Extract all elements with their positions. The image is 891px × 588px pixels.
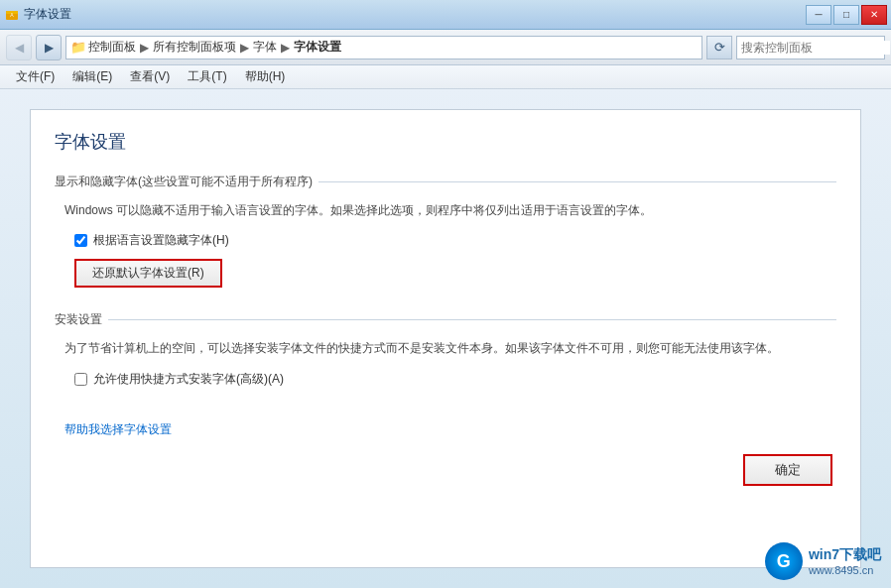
- watermark: G win7下载吧 www.8495.cn: [765, 542, 881, 580]
- install-shortcut-checkbox-row: 允许使用快捷方式安装字体(高级)(A): [74, 371, 836, 388]
- refresh-button[interactable]: ⟳: [706, 36, 732, 59]
- window-icon: A: [4, 7, 20, 23]
- section2-line: [108, 319, 836, 320]
- folder-icon: 📁: [70, 40, 86, 55]
- help-link[interactable]: 帮助我选择字体设置: [64, 421, 172, 438]
- section1-label: 显示和隐藏字体(这些设置可能不适用于所有程序): [55, 174, 318, 190]
- ok-button[interactable]: 确定: [743, 454, 832, 486]
- menu-edit[interactable]: 编辑(E): [64, 66, 120, 87]
- address-sep3: ▶: [281, 41, 290, 55]
- button-area: 确定: [55, 454, 836, 486]
- hide-fonts-checkbox-row: 根据语言设置隐藏字体(H): [74, 232, 836, 249]
- menu-view[interactable]: 查看(V): [122, 66, 178, 87]
- menu-help[interactable]: 帮助(H): [237, 66, 294, 87]
- watermark-logo: G: [765, 542, 803, 580]
- address-sep1: ▶: [140, 41, 149, 55]
- main-content: 字体设置 显示和隐藏字体(这些设置可能不适用于所有程序) Windows 可以隐…: [0, 89, 891, 588]
- minimize-button[interactable]: ─: [806, 5, 831, 25]
- watermark-main-text: win7下载吧: [809, 546, 881, 564]
- address-sep2: ▶: [240, 41, 249, 55]
- forward-button[interactable]: ▶: [36, 35, 62, 60]
- window-title: 字体设置: [24, 6, 71, 23]
- watermark-sub-text: www.8495.cn: [809, 564, 881, 576]
- install-shortcut-label: 允许使用快捷方式安装字体(高级)(A): [93, 371, 284, 388]
- hide-fonts-checkbox[interactable]: [74, 234, 87, 247]
- page-title: 字体设置: [55, 130, 836, 154]
- title-bar-controls: ─ □ ✕: [806, 5, 887, 25]
- section2-header: 安装设置: [55, 311, 836, 328]
- section2-label: 安装设置: [55, 311, 108, 328]
- title-bar: A 字体设置 ─ □ ✕: [0, 0, 891, 30]
- section1-description: Windows 可以隐藏不适用于输入语言设置的字体。如果选择此选项，则程序中将仅…: [64, 200, 836, 220]
- menu-tools[interactable]: 工具(T): [180, 66, 234, 87]
- section1-line: [318, 181, 836, 182]
- section1-header: 显示和隐藏字体(这些设置可能不适用于所有程序): [55, 174, 836, 190]
- search-bar: 🔍: [736, 36, 885, 59]
- content-panel: 字体设置 显示和隐藏字体(这些设置可能不适用于所有程序) Windows 可以隐…: [30, 109, 861, 568]
- address-level2: 所有控制面板项: [153, 39, 236, 56]
- section-install: 安装设置 为了节省计算机上的空间，可以选择安装字体文件的快捷方式而不是安装文件本…: [55, 311, 836, 387]
- back-button[interactable]: ◀: [6, 35, 32, 60]
- hide-fonts-label: 根据语言设置隐藏字体(H): [93, 232, 229, 249]
- install-shortcut-checkbox[interactable]: [74, 373, 87, 386]
- menu-bar: 文件(F) 编辑(E) 查看(V) 工具(T) 帮助(H): [0, 65, 891, 89]
- restore-default-button[interactable]: 还原默认字体设置(R): [74, 259, 222, 288]
- menu-file[interactable]: 文件(F): [8, 66, 63, 87]
- address-current: 字体设置: [294, 39, 341, 56]
- watermark-text: win7下载吧 www.8495.cn: [809, 546, 881, 576]
- title-bar-left: A 字体设置: [4, 6, 71, 23]
- close-button[interactable]: ✕: [861, 5, 887, 25]
- section2-description: 为了节省计算机上的空间，可以选择安装字体文件的快捷方式而不是安装文件本身。如果该…: [64, 338, 836, 358]
- search-input[interactable]: [741, 41, 890, 55]
- address-level3: 字体: [253, 39, 277, 56]
- navigation-bar: ◀ ▶ 📁 控制面板 ▶ 所有控制面板项 ▶ 字体 ▶ 字体设置 ⟳ 🔍: [0, 30, 891, 65]
- maximize-button[interactable]: □: [833, 5, 859, 25]
- address-root: 控制面板: [88, 39, 136, 56]
- address-bar: 📁 控制面板 ▶ 所有控制面板项 ▶ 字体 ▶ 字体设置: [65, 36, 702, 59]
- section-display-fonts: 显示和隐藏字体(这些设置可能不适用于所有程序) Windows 可以隐藏不适用于…: [55, 174, 836, 292]
